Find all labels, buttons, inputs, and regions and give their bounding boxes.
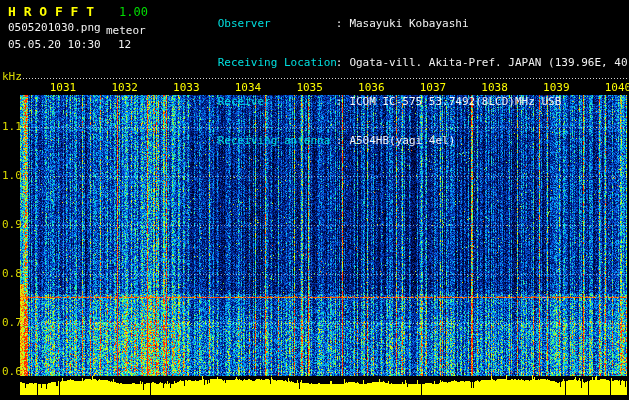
info-separator: : <box>336 17 343 30</box>
info-value: Masayuki Kobayashi <box>349 17 468 30</box>
x-tick-label: 1034 <box>235 81 262 94</box>
hrofft-window: H R O F F T 1.00 0505201030.png 05.05.20… <box>0 0 629 400</box>
info-separator: : <box>336 134 343 147</box>
info-separator: : <box>336 95 343 108</box>
y-axis-unit-label: kHz <box>2 70 22 83</box>
info-label: Receiving antenna <box>218 134 336 147</box>
info-label: Receiving Location <box>218 56 336 69</box>
header-info-row: Receiving Location:Ogata-vill. Akita-Pre… <box>178 43 629 82</box>
header-info-row: Receiving antenna:A504HB(yagi 4el) <box>178 121 629 160</box>
info-value: Ogata-vill. Akita-Pref. JAPAN (139.96E, … <box>349 56 629 69</box>
x-tick-label: 1031 <box>50 81 77 94</box>
x-tick-label: 1032 <box>111 81 138 94</box>
meteor-label: meteor <box>106 24 146 37</box>
app-title: H R O F F T <box>8 4 94 19</box>
header-info-row: Observer:Masayuki Kobayashi <box>178 4 629 43</box>
info-value: A504HB(yagi 4el) <box>349 134 455 147</box>
meteor-count: 12 <box>118 38 131 51</box>
y-tick-label: 0.6 <box>2 365 22 378</box>
x-tick-label: 1039 <box>543 81 570 94</box>
x-tick-label: 1035 <box>296 81 323 94</box>
x-tick-label: 1036 <box>358 81 385 94</box>
info-label: Receiver <box>218 95 336 108</box>
info-value: ICOM IC-575 53.7492(8LCD)MHz USB <box>349 95 561 108</box>
x-tick-label: 1037 <box>420 81 447 94</box>
datetime-label: 05.05.20 10:30 <box>8 38 101 51</box>
version-label: 1.00 <box>119 5 148 19</box>
filename-label: 0505201030.png <box>8 21 101 34</box>
x-tick-label: 1038 <box>481 81 508 94</box>
x-tick-label: 1040 <box>605 81 629 94</box>
y-tick-label: 1.0 <box>2 169 22 182</box>
x-tick-label: 1033 <box>173 81 200 94</box>
info-separator: : <box>336 56 343 69</box>
info-label: Observer <box>218 17 336 30</box>
y-tick-label: 0.8 <box>2 267 22 280</box>
y-tick-label: 0.7 <box>2 316 22 329</box>
y-tick-label: 1.1 <box>2 120 22 133</box>
y-tick-label: 0.9 <box>2 218 22 231</box>
